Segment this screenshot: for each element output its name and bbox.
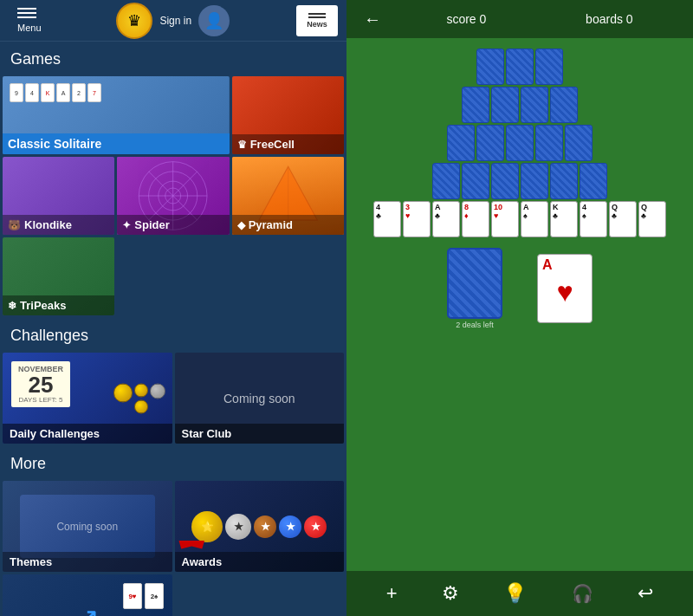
menu-line-3 [17, 16, 36, 18]
pyramid-card[interactable] [462, 87, 489, 123]
red-ribbon [178, 541, 204, 549]
add-button[interactable]: + [378, 577, 406, 610]
game-label-spider: ✦Spider [117, 215, 229, 235]
pyramid-card[interactable] [535, 49, 563, 85]
mini-card: 7 [87, 83, 101, 102]
pyramid-card[interactable] [432, 163, 460, 199]
game-label-classic-solitaire: Classic Solitaire [3, 133, 230, 154]
pyramid-row-5: 4♣ 3♥ A♣ 8♦ 10♥ A♠ K♣ 4♠ Q♣ Q♣ [373, 201, 666, 237]
game-tile-pyramid[interactable]: ◆Pyramid [232, 157, 344, 235]
pyramid-area: 4♣ 3♥ A♣ 8♦ 10♥ A♠ K♣ 4♠ Q♣ Q♣ [353, 49, 686, 237]
game-label-freecell: ♛FreeCell [232, 134, 344, 154]
coin-2 [134, 383, 148, 397]
discard-pile[interactable]: A ♥ [537, 254, 593, 323]
more-tile-themes[interactable]: Coming soon Themes [3, 481, 172, 572]
coin-4 [150, 383, 165, 399]
pyramid-card-qc[interactable]: Q♣ [609, 201, 637, 237]
medal-silver: ★ [225, 514, 251, 540]
hint-icon: 💡 [503, 582, 527, 605]
back-button[interactable]: ← [357, 6, 388, 33]
draw-pile-container: 2 deals left [447, 248, 502, 329]
game-tile-spider[interactable]: ✦Spider [117, 157, 229, 235]
pyramid-card[interactable] [521, 163, 548, 199]
pyramid-card[interactable] [491, 163, 519, 199]
coins-decoration [113, 383, 165, 413]
game-label-pyramid: ◆Pyramid [232, 215, 344, 235]
klondike-icon: 🐻 [8, 219, 21, 231]
game-label-klondike: 🐻Klondike [3, 215, 114, 235]
challenge-tile-daily[interactable]: NOVEMBER 25 DAYS LEFT: 5 Daily Challenge… [3, 353, 172, 444]
pyramid-card[interactable] [550, 163, 578, 199]
boards-display: boards 0 [586, 12, 632, 26]
hint-button[interactable]: 💡 [495, 577, 535, 610]
medal-bronze: ★ [254, 515, 276, 538]
draw-pile[interactable] [447, 248, 502, 319]
pyramid-card-ac[interactable]: A♣ [432, 201, 460, 237]
medal-red: ★ [304, 515, 327, 538]
stats-arrow-icon: ↗ [76, 601, 100, 616]
pyramid-card-8d[interactable]: 8♦ [462, 201, 489, 237]
pyramid-card[interactable] [476, 49, 504, 85]
game-toolbar: + ⚙ 💡 🎧 ↩ [346, 571, 693, 616]
game-tile-klondike[interactable]: 🐻Klondike [3, 157, 114, 235]
tripeaks-icon: ❄ [8, 300, 16, 312]
pyramid-card[interactable] [491, 87, 519, 123]
discard-suit: ♥ [542, 276, 587, 308]
more-label-themes: Themes [3, 552, 172, 572]
awards-medals: ⭐ ★ ★ ★ ★ [191, 511, 327, 542]
pyramid-card[interactable] [580, 163, 607, 199]
news-button[interactable]: News [296, 5, 338, 36]
menu-label: Menu [17, 23, 42, 33]
pyramid-card-kc[interactable]: K♣ [550, 201, 578, 237]
challenge-tile-star-club[interactable]: Coming soon Star Club [175, 353, 345, 444]
settings-button[interactable]: ⚙ [433, 577, 468, 610]
header-center: ♛ Sign in 👤 [50, 3, 296, 39]
challenge-label-star-club: Star Club [175, 424, 345, 444]
pyramid-card[interactable] [447, 125, 475, 161]
right-panel: ← score 0 boards 0 [346, 0, 693, 616]
pyramid-card-3h[interactable]: 3♥ [403, 201, 431, 237]
more-tile-statistics[interactable]: ↗ 9♥ 2♠ Statistics [3, 574, 172, 616]
sign-in-button[interactable]: Sign in [159, 15, 191, 27]
game-tile-freecell[interactable]: ♛FreeCell [232, 76, 344, 154]
pyramid-row-2 [462, 87, 578, 123]
medals-container: ⭐ ★ ★ ★ ★ [191, 511, 327, 542]
mini-card: 4 [25, 83, 39, 102]
score-display: score 0 [446, 12, 486, 26]
mini-card: 9 [10, 83, 23, 102]
undo-button[interactable]: ↩ [629, 577, 662, 610]
pyramid-card-as[interactable]: A♠ [521, 201, 548, 237]
score-area: score 0 boards 0 [397, 12, 683, 26]
pyramid-card[interactable] [565, 125, 593, 161]
challenges-section-header: Challenges [0, 318, 346, 350]
stats-bg: ↗ 9♥ 2♠ [3, 574, 172, 616]
challenges-grid: NOVEMBER 25 DAYS LEFT: 5 Daily Challenge… [0, 350, 346, 446]
pyramid-card[interactable] [535, 125, 563, 161]
pyramid-card[interactable] [476, 125, 504, 161]
pyramid-card[interactable] [506, 125, 534, 161]
coin-1 [113, 383, 133, 402]
avatar-button[interactable]: 👤 [198, 5, 230, 36]
app-header: Menu ♛ Sign in 👤 News [0, 0, 346, 42]
pyramid-card[interactable] [550, 87, 578, 123]
mini-card: 2 [72, 83, 86, 102]
themes-preview: Coming soon [20, 495, 155, 559]
game-tile-tripeaks[interactable]: ❄TriPeaks [3, 237, 114, 315]
menu-line-1 [17, 8, 36, 10]
audio-icon: 🎧 [572, 583, 593, 604]
pyramid-card-10h[interactable]: 10♥ [491, 201, 519, 237]
pyramid-card[interactable] [506, 49, 534, 85]
pyramid-card[interactable] [521, 87, 548, 123]
more-grid: Coming soon Themes ⭐ ★ ★ ★ ★ Awa [0, 478, 346, 574]
more-label-awards: Awards [175, 552, 345, 572]
menu-button[interactable]: Menu [9, 3, 50, 38]
game-tile-classic-solitaire[interactable]: 9 4 K A 2 7 Classic Solitaire [3, 76, 230, 154]
pyramid-card-4c[interactable]: 4♣ [373, 201, 401, 237]
discard-value: A [542, 257, 553, 273]
more-tile-awards[interactable]: ⭐ ★ ★ ★ ★ Awards [175, 481, 345, 572]
crown-icon: ♛ [116, 3, 152, 39]
audio-button[interactable]: 🎧 [563, 578, 602, 609]
pyramid-card-qc2[interactable]: Q♣ [638, 201, 666, 237]
pyramid-card-4s[interactable]: 4♠ [580, 201, 607, 237]
pyramid-card[interactable] [462, 163, 489, 199]
